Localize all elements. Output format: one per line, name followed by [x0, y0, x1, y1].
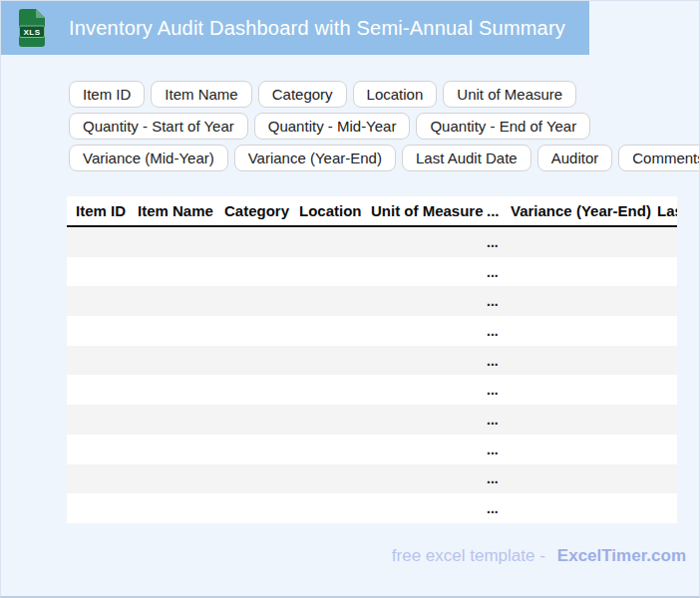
- chip-location[interactable]: Location: [353, 81, 438, 108]
- table-row: ...: [67, 435, 677, 464]
- row-ellipsis: ...: [487, 412, 499, 428]
- row-ellipsis: ...: [487, 234, 499, 250]
- row-ellipsis: ...: [487, 264, 499, 280]
- template-preview-page: XLS Inventory Audit Dashboard with Semi-…: [0, 0, 700, 598]
- column-header-variance-year-end: Variance (Year-End): [511, 202, 657, 219]
- chip-comments[interactable]: Comments: [618, 145, 700, 171]
- row-ellipsis: ...: [487, 442, 499, 457]
- row-ellipsis: ...: [487, 323, 499, 339]
- chip-variance-year-end[interactable]: Variance (Year-End): [234, 145, 396, 171]
- chip-row-3: Variance (Mid-Year) Variance (Year-End) …: [69, 145, 700, 171]
- table-row: ...: [67, 346, 677, 376]
- column-header-location: Location: [299, 202, 371, 219]
- column-header-unit-of-measure: Unit of Measure: [371, 202, 487, 219]
- table-row: ...: [67, 227, 677, 257]
- chip-category[interactable]: Category: [258, 81, 347, 108]
- table-row: ...: [67, 316, 677, 346]
- chip-quantity-mid-year[interactable]: Quantity - Mid-Year: [254, 113, 411, 140]
- xls-icon-label: XLS: [23, 28, 40, 37]
- chip-quantity-start-of-year[interactable]: Quantity - Start of Year: [69, 113, 248, 140]
- footer-brand-link[interactable]: ExcelTimer.com: [557, 546, 686, 565]
- table-row: ...: [67, 286, 677, 316]
- chip-unit-of-measure[interactable]: Unit of Measure: [443, 81, 576, 108]
- column-header-last-audit-date: Last Audit Date: [657, 202, 677, 219]
- row-ellipsis: ...: [487, 293, 499, 309]
- row-ellipsis: ...: [487, 382, 499, 398]
- table-row: ...: [67, 405, 677, 435]
- footer-tagline: free excel template -: [392, 546, 545, 565]
- row-ellipsis: ...: [487, 353, 499, 369]
- column-header-category: Category: [224, 202, 299, 219]
- table-row: ...: [67, 464, 677, 494]
- row-ellipsis: ...: [487, 470, 499, 486]
- chip-item-id[interactable]: Item ID: [69, 81, 145, 108]
- column-header-item-name: Item Name: [138, 202, 224, 219]
- chip-variance-mid-year[interactable]: Variance (Mid-Year): [69, 145, 228, 171]
- table-row: ...: [67, 375, 677, 405]
- footer: free excel template -ExcelTimer.com: [392, 546, 686, 566]
- chip-item-name[interactable]: Item Name: [151, 81, 251, 108]
- xls-file-icon: XLS: [19, 9, 45, 47]
- table-header-row: Item ID Item Name Category Location Unit…: [67, 196, 677, 227]
- column-chip-list: Item ID Item Name Category Location Unit…: [69, 81, 700, 176]
- column-header-ellipsis: ...: [487, 202, 511, 219]
- row-ellipsis: ...: [487, 500, 499, 516]
- table-row: ...: [67, 493, 677, 523]
- title-bar: XLS Inventory Audit Dashboard with Semi-…: [1, 1, 589, 55]
- chip-row-1: Item ID Item Name Category Location Unit…: [69, 81, 700, 108]
- chip-quantity-end-of-year[interactable]: Quantity - End of Year: [416, 113, 590, 140]
- chip-row-2: Quantity - Start of Year Quantity - Mid-…: [69, 113, 700, 140]
- preview-table: Item ID Item Name Category Location Unit…: [67, 196, 677, 523]
- table-row: ...: [67, 257, 677, 287]
- page-title: Inventory Audit Dashboard with Semi-Annu…: [69, 1, 565, 55]
- column-header-item-id: Item ID: [67, 202, 138, 219]
- chip-auditor[interactable]: Auditor: [537, 145, 613, 171]
- chip-last-audit-date[interactable]: Last Audit Date: [402, 145, 531, 171]
